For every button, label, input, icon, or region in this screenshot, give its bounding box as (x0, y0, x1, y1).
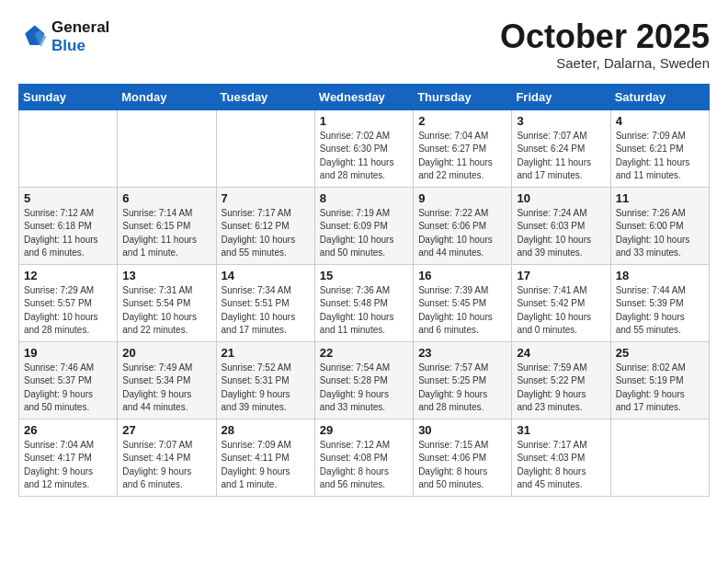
logo-icon (18, 22, 48, 52)
day-info: Sunrise: 7:57 AM Sunset: 5:25 PM Dayligh… (418, 362, 506, 415)
calendar-cell: 2Sunrise: 7:04 AM Sunset: 6:27 PM Daylig… (414, 109, 512, 187)
calendar-cell: 9Sunrise: 7:22 AM Sunset: 6:06 PM Daylig… (414, 187, 512, 264)
day-number: 2 (418, 114, 506, 128)
calendar-header-row: SundayMondayTuesdayWednesdayThursdayFrid… (19, 84, 710, 109)
calendar-week-row: 12Sunrise: 7:29 AM Sunset: 5:57 PM Dayli… (19, 264, 710, 341)
calendar-cell: 7Sunrise: 7:17 AM Sunset: 6:12 PM Daylig… (216, 187, 314, 264)
day-info: Sunrise: 7:46 AM Sunset: 5:37 PM Dayligh… (24, 362, 112, 415)
logo-line1: General (51, 18, 109, 36)
calendar-cell: 27Sunrise: 7:07 AM Sunset: 4:14 PM Dayli… (118, 419, 216, 496)
day-info: Sunrise: 7:34 AM Sunset: 5:51 PM Dayligh… (222, 284, 310, 338)
calendar-cell: 28Sunrise: 7:09 AM Sunset: 4:11 PM Dayli… (216, 419, 314, 496)
day-info: Sunrise: 7:52 AM Sunset: 5:31 PM Dayligh… (222, 362, 310, 415)
day-number: 23 (418, 346, 506, 360)
day-info: Sunrise: 7:09 AM Sunset: 6:21 PM Dayligh… (616, 130, 704, 183)
logo: General Blue (18, 18, 109, 54)
logo-line2: Blue (51, 37, 109, 55)
calendar-cell (216, 109, 314, 187)
day-info: Sunrise: 7:07 AM Sunset: 6:24 PM Dayligh… (517, 130, 605, 183)
day-info: Sunrise: 7:17 AM Sunset: 4:03 PM Dayligh… (517, 439, 605, 492)
calendar-cell (118, 109, 216, 187)
day-info: Sunrise: 7:54 AM Sunset: 5:28 PM Dayligh… (320, 362, 408, 415)
calendar-week-row: 26Sunrise: 7:04 AM Sunset: 4:17 PM Dayli… (19, 419, 710, 496)
day-info: Sunrise: 7:04 AM Sunset: 6:27 PM Dayligh… (418, 130, 506, 183)
calendar-cell: 25Sunrise: 8:02 AM Sunset: 5:19 PM Dayli… (610, 341, 709, 419)
day-header-thursday: Thursday (414, 84, 512, 109)
day-info: Sunrise: 7:29 AM Sunset: 5:57 PM Dayligh… (24, 284, 112, 338)
location-subtitle: Saeter, Dalarna, Sweden (500, 55, 710, 71)
day-info: Sunrise: 7:12 AM Sunset: 6:18 PM Dayligh… (24, 207, 112, 260)
day-number: 9 (418, 191, 506, 205)
calendar-week-row: 1Sunrise: 7:02 AM Sunset: 6:30 PM Daylig… (19, 109, 710, 187)
day-number: 13 (122, 269, 210, 282)
day-info: Sunrise: 7:07 AM Sunset: 4:14 PM Dayligh… (122, 439, 210, 492)
day-info: Sunrise: 7:19 AM Sunset: 6:09 PM Dayligh… (320, 207, 408, 260)
calendar-cell: 6Sunrise: 7:14 AM Sunset: 6:15 PM Daylig… (118, 187, 216, 264)
day-header-saturday: Saturday (610, 84, 709, 109)
logo-text: General Blue (51, 18, 109, 54)
calendar-week-row: 5Sunrise: 7:12 AM Sunset: 6:18 PM Daylig… (19, 187, 710, 264)
day-number: 12 (24, 269, 112, 282)
day-number: 5 (24, 191, 112, 205)
calendar-cell: 3Sunrise: 7:07 AM Sunset: 6:24 PM Daylig… (512, 109, 610, 187)
day-info: Sunrise: 7:31 AM Sunset: 5:54 PM Dayligh… (122, 284, 210, 338)
day-info: Sunrise: 7:15 AM Sunset: 4:06 PM Dayligh… (418, 439, 506, 492)
calendar-cell: 23Sunrise: 7:57 AM Sunset: 5:25 PM Dayli… (414, 341, 512, 419)
calendar-cell: 16Sunrise: 7:39 AM Sunset: 5:45 PM Dayli… (414, 264, 512, 341)
day-number: 31 (517, 423, 605, 437)
day-info: Sunrise: 7:44 AM Sunset: 5:39 PM Dayligh… (616, 284, 704, 338)
day-number: 29 (320, 423, 408, 437)
day-number: 10 (517, 191, 605, 205)
calendar-cell: 17Sunrise: 7:41 AM Sunset: 5:42 PM Dayli… (512, 264, 610, 341)
calendar-cell: 31Sunrise: 7:17 AM Sunset: 4:03 PM Dayli… (512, 419, 610, 496)
day-number: 6 (122, 191, 210, 205)
calendar-cell: 29Sunrise: 7:12 AM Sunset: 4:08 PM Dayli… (314, 419, 413, 496)
day-number: 11 (616, 191, 704, 205)
day-info: Sunrise: 7:24 AM Sunset: 6:03 PM Dayligh… (517, 207, 605, 260)
day-header-monday: Monday (118, 84, 216, 109)
day-number: 27 (122, 423, 210, 437)
day-number: 20 (122, 346, 210, 360)
day-number: 30 (418, 423, 506, 437)
calendar-cell: 12Sunrise: 7:29 AM Sunset: 5:57 PM Dayli… (19, 264, 118, 341)
day-number: 26 (24, 423, 112, 437)
day-header-tuesday: Tuesday (216, 84, 314, 109)
calendar-cell: 11Sunrise: 7:26 AM Sunset: 6:00 PM Dayli… (610, 187, 709, 264)
day-number: 25 (616, 346, 704, 360)
day-number: 4 (616, 114, 704, 128)
calendar-cell: 24Sunrise: 7:59 AM Sunset: 5:22 PM Dayli… (512, 341, 610, 419)
day-info: Sunrise: 7:04 AM Sunset: 4:17 PM Dayligh… (24, 439, 112, 492)
day-info: Sunrise: 7:09 AM Sunset: 4:11 PM Dayligh… (222, 439, 310, 492)
day-header-wednesday: Wednesday (314, 84, 413, 109)
calendar-cell: 5Sunrise: 7:12 AM Sunset: 6:18 PM Daylig… (19, 187, 118, 264)
calendar-cell: 10Sunrise: 7:24 AM Sunset: 6:03 PM Dayli… (512, 187, 610, 264)
day-info: Sunrise: 7:17 AM Sunset: 6:12 PM Dayligh… (222, 207, 310, 260)
day-number: 8 (320, 191, 408, 205)
month-title: October 2025 (500, 18, 710, 55)
calendar-table: SundayMondayTuesdayWednesdayThursdayFrid… (18, 84, 710, 497)
calendar-cell: 14Sunrise: 7:34 AM Sunset: 5:51 PM Dayli… (216, 264, 314, 341)
day-number: 17 (517, 269, 605, 282)
calendar-cell: 4Sunrise: 7:09 AM Sunset: 6:21 PM Daylig… (610, 109, 709, 187)
calendar-cell: 1Sunrise: 7:02 AM Sunset: 6:30 PM Daylig… (314, 109, 413, 187)
day-number: 14 (222, 269, 310, 282)
day-info: Sunrise: 8:02 AM Sunset: 5:19 PM Dayligh… (616, 362, 704, 415)
day-number: 28 (222, 423, 310, 437)
calendar-cell: 22Sunrise: 7:54 AM Sunset: 5:28 PM Dayli… (314, 341, 413, 419)
day-info: Sunrise: 7:12 AM Sunset: 4:08 PM Dayligh… (320, 439, 408, 492)
header: General Blue October 2025 Saeter, Dalarn… (18, 18, 710, 71)
day-number: 19 (24, 346, 112, 360)
calendar-week-row: 19Sunrise: 7:46 AM Sunset: 5:37 PM Dayli… (19, 341, 710, 419)
day-info: Sunrise: 7:26 AM Sunset: 6:00 PM Dayligh… (616, 207, 704, 260)
calendar-cell: 18Sunrise: 7:44 AM Sunset: 5:39 PM Dayli… (610, 264, 709, 341)
day-number: 24 (517, 346, 605, 360)
day-info: Sunrise: 7:36 AM Sunset: 5:48 PM Dayligh… (320, 284, 408, 338)
calendar-cell: 15Sunrise: 7:36 AM Sunset: 5:48 PM Dayli… (314, 264, 413, 341)
title-block: October 2025 Saeter, Dalarna, Sweden (500, 18, 710, 71)
day-info: Sunrise: 7:22 AM Sunset: 6:06 PM Dayligh… (418, 207, 506, 260)
day-number: 16 (418, 269, 506, 282)
day-header-sunday: Sunday (19, 84, 118, 109)
calendar-cell (19, 109, 118, 187)
day-number: 7 (222, 191, 310, 205)
day-info: Sunrise: 7:02 AM Sunset: 6:30 PM Dayligh… (320, 130, 408, 183)
